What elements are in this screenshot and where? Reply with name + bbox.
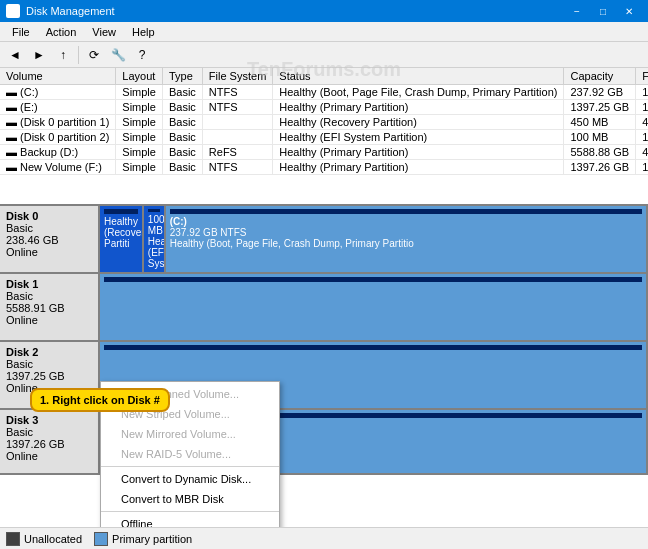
title-bar: Disk Management − □ ✕ — [0, 0, 648, 22]
cell-status: Healthy (EFI System Partition) — [273, 130, 564, 145]
table-row[interactable]: ▬ (E:) Simple Basic NTFS Healthy (Primar… — [0, 100, 648, 115]
table-row[interactable]: ▬ (Disk 0 partition 2) Simple Basic Heal… — [0, 130, 648, 145]
legend-unallocated: Unallocated — [6, 532, 82, 546]
menu-action[interactable]: Action — [38, 24, 85, 40]
disk-type: Basic — [6, 358, 92, 370]
disk-row[interactable]: Disk 1 Basic 5588.91 GB Online — [0, 274, 648, 342]
disk-area: Disk 0 Basic 238.46 GB Online Healthy (R… — [0, 206, 648, 527]
disk-status: Online — [6, 450, 92, 462]
cell-free: 450 MB — [636, 115, 648, 130]
cell-type: Basic — [162, 130, 202, 145]
cell-type: Basic — [162, 145, 202, 160]
context-menu-item[interactable]: Convert to Dynamic Disk... — [101, 469, 279, 489]
disk-type: Basic — [6, 290, 92, 302]
cell-fs — [202, 130, 272, 145]
disk-name: Disk 3 — [6, 414, 92, 426]
disk-type: Basic — [6, 222, 92, 234]
cell-fs — [202, 115, 272, 130]
cell-capacity: 100 MB — [564, 130, 636, 145]
cell-free: 1397.04 GB — [636, 160, 648, 175]
menu-file[interactable]: File — [4, 24, 38, 40]
disk-label[interactable]: Disk 3 Basic 1397.26 GB Online — [0, 410, 100, 473]
disk-name: Disk 1 — [6, 278, 92, 290]
cell-fs: NTFS — [202, 160, 272, 175]
context-menu-item[interactable]: Offline — [101, 514, 279, 527]
partition-status: Healthy (EFI Syste — [148, 236, 160, 269]
svg-rect-1 — [10, 14, 16, 15]
cell-status: Healthy (Recovery Partition) — [273, 115, 564, 130]
menu-view[interactable]: View — [84, 24, 124, 40]
cell-status: Healthy (Primary Partition) — [273, 145, 564, 160]
table-row[interactable]: ▬ (Disk 0 partition 1) Simple Basic Heal… — [0, 115, 648, 130]
toolbar-properties[interactable]: 🔧 — [107, 44, 129, 66]
col-type[interactable]: Type — [162, 68, 202, 85]
partition-status: Healthy (Recovery Partiti — [104, 216, 138, 249]
disk-status: Online — [6, 246, 92, 258]
legend-primary-label: Primary partition — [112, 533, 192, 545]
partition-name: (C:) — [170, 216, 642, 227]
cell-layout: Simple — [116, 85, 163, 100]
legend-primary: Primary partition — [94, 532, 192, 546]
cell-fs: NTFS — [202, 85, 272, 100]
disk-name: Disk 2 — [6, 346, 92, 358]
toolbar-help[interactable]: ? — [131, 44, 153, 66]
toolbar-refresh[interactable]: ⟳ — [83, 44, 105, 66]
context-menu-item[interactable]: Convert to MBR Disk — [101, 489, 279, 509]
cell-status: Healthy (Primary Partition) — [273, 160, 564, 175]
cell-capacity: 1397.26 GB — [564, 160, 636, 175]
disk-size: 1397.25 GB — [6, 370, 92, 382]
disk-size: 238.46 GB — [6, 234, 92, 246]
cell-volume: ▬ New Volume (F:) — [0, 160, 116, 175]
col-free[interactable]: Free Space — [636, 68, 648, 85]
cell-capacity: 5588.88 GB — [564, 145, 636, 160]
toolbar-back[interactable]: ◄ — [4, 44, 26, 66]
table-row[interactable]: ▬ Backup (D:) Simple Basic ReFS Healthy … — [0, 145, 648, 160]
cell-fs: NTFS — [202, 100, 272, 115]
partition-size: 100 MB — [148, 214, 160, 236]
context-menu-separator — [101, 466, 279, 467]
context-menu-item: New RAID-5 Volume... — [101, 444, 279, 464]
table-row[interactable]: ▬ New Volume (F:) Simple Basic NTFS Heal… — [0, 160, 648, 175]
disk-label[interactable]: Disk 1 Basic 5588.91 GB Online — [0, 274, 100, 340]
cell-capacity: 450 MB — [564, 115, 636, 130]
col-layout[interactable]: Layout — [116, 68, 163, 85]
cell-free: 4937.62 GB — [636, 145, 648, 160]
disk-size: 5588.91 GB — [6, 302, 92, 314]
partition[interactable]: (C:) 237.92 GB NTFS Healthy (Boot, Page … — [166, 206, 648, 272]
toolbar: ◄ ► ↑ ⟳ 🔧 ? — [0, 42, 648, 68]
window-title: Disk Management — [26, 5, 115, 17]
col-status[interactable]: Status — [273, 68, 564, 85]
disk-row[interactable]: Disk 3 Basic 1397.26 GB Online New Volum… — [0, 410, 648, 475]
col-fs[interactable]: File System — [202, 68, 272, 85]
toolbar-up[interactable]: ↑ — [52, 44, 74, 66]
col-capacity[interactable]: Capacity — [564, 68, 636, 85]
disk-label[interactable]: Disk 0 Basic 238.46 GB Online — [0, 206, 100, 272]
disk-name: Disk 0 — [6, 210, 92, 222]
partition[interactable] — [100, 274, 648, 340]
window-controls: − □ ✕ — [564, 0, 642, 22]
cell-type: Basic — [162, 85, 202, 100]
partition[interactable]: Healthy (Recovery Partiti — [100, 206, 144, 272]
toolbar-forward[interactable]: ► — [28, 44, 50, 66]
menu-help[interactable]: Help — [124, 24, 163, 40]
col-volume[interactable]: Volume — [0, 68, 116, 85]
cell-status: Healthy (Primary Partition) — [273, 100, 564, 115]
minimize-button[interactable]: − — [564, 0, 590, 22]
cell-free: 139.94 GB — [636, 85, 648, 100]
disk-row[interactable]: Disk 0 Basic 238.46 GB Online Healthy (R… — [0, 206, 648, 274]
cell-layout: Simple — [116, 145, 163, 160]
cell-volume: ▬ (E:) — [0, 100, 116, 115]
disk-type: Basic — [6, 426, 92, 438]
disk-partitions: Healthy (Recovery Partiti 100 MB Healthy… — [100, 206, 648, 272]
cell-volume: ▬ (C:) — [0, 85, 116, 100]
partition[interactable]: 100 MB Healthy (EFI Syste — [144, 206, 166, 272]
maximize-button[interactable]: □ — [590, 0, 616, 22]
legend-unallocated-box — [6, 532, 20, 546]
cell-layout: Simple — [116, 130, 163, 145]
disk-size: 1397.26 GB — [6, 438, 92, 450]
disk-status: Online — [6, 314, 92, 326]
disk-partitions — [100, 274, 648, 340]
close-button[interactable]: ✕ — [616, 0, 642, 22]
table-row[interactable]: ▬ (C:) Simple Basic NTFS Healthy (Boot, … — [0, 85, 648, 100]
cell-fs: ReFS — [202, 145, 272, 160]
